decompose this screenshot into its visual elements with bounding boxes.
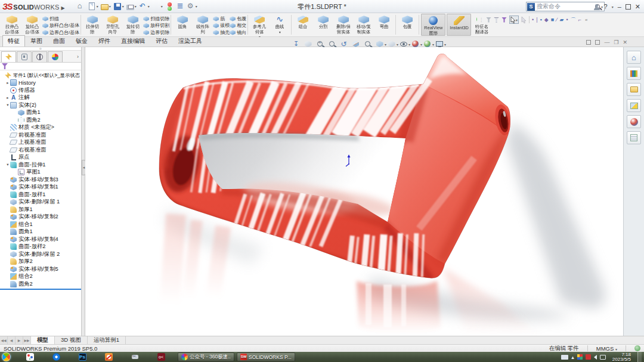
tree-item[interactable]: 实体-移动/复制2 bbox=[0, 214, 81, 221]
tree-item[interactable]: 组合1 bbox=[0, 221, 81, 228]
doc-minimize[interactable]: — bbox=[604, 39, 609, 45]
panel-tabs-more[interactable]: › bbox=[77, 54, 79, 60]
filter-body-icon[interactable]: ■ bbox=[551, 17, 554, 23]
tree-item[interactable]: 圆角1 bbox=[0, 228, 81, 236]
tree-item[interactable]: 零件1 (默认<<默认>_显示状态 1>) bbox=[0, 72, 81, 79]
tree-item[interactable]: 右视基准面 bbox=[0, 146, 81, 154]
filter-plane-icon[interactable]: ▰ bbox=[560, 17, 564, 23]
tab-property-manager[interactable] bbox=[17, 51, 32, 62]
doc-restore[interactable]: ❐ bbox=[614, 39, 618, 45]
tree-expander[interactable]: ▸ bbox=[5, 81, 10, 85]
ribbon-button[interactable]: 移动/复制实体 bbox=[354, 14, 374, 36]
status-globe-icon[interactable] bbox=[634, 345, 640, 351]
quick-icon[interactable]: ▾ bbox=[112, 1, 125, 12]
ribbon-button[interactable]: 拉伸切除 bbox=[82, 14, 103, 36]
tree-filter[interactable] bbox=[0, 63, 81, 70]
ribbon-tab[interactable]: 特征 bbox=[2, 35, 25, 47]
tree-item[interactable]: 实体-删除/保留 1 bbox=[0, 199, 81, 206]
collapse-icon[interactable]: « bbox=[585, 17, 587, 23]
cursor2-icon[interactable] bbox=[521, 17, 527, 23]
tree-item[interactable]: 材质 <未指定> bbox=[0, 124, 81, 132]
ribbon-button[interactable]: 线性阵列 bbox=[193, 14, 213, 36]
help-button[interactable]: ? bbox=[604, 3, 608, 10]
tab-configuration-manager[interactable] bbox=[32, 51, 47, 62]
filter-sketch-icon[interactable]: ⌐ bbox=[578, 17, 581, 23]
taskpane-icon[interactable] bbox=[627, 83, 641, 96]
doc-prev-icon[interactable] bbox=[586, 40, 591, 45]
graphics-viewport[interactable] bbox=[85, 47, 623, 336]
ribbon-button[interactable]: 拉伸凸台/基体 bbox=[2, 14, 22, 36]
ribbon-stack-item[interactable]: 边界凸台/基体 bbox=[42, 29, 79, 36]
taskpane-icon[interactable] bbox=[627, 99, 641, 112]
ribbon-button[interactable]: 参考几何体▾ bbox=[249, 14, 270, 36]
quick-icon[interactable]: ▾ bbox=[138, 1, 151, 12]
ribbon-tab[interactable]: 曲面 bbox=[48, 35, 70, 47]
select-caret[interactable]: ▾ bbox=[516, 18, 518, 22]
ribbon-button[interactable]: 组合 bbox=[293, 14, 313, 36]
taskbar-window-button[interactable]: SW SOLIDWORKS P... bbox=[237, 352, 295, 361]
taskbar-app-icon[interactable] bbox=[43, 352, 69, 362]
tray-red-icon[interactable] bbox=[586, 354, 591, 360]
taskbar-app-icon[interactable] bbox=[95, 352, 122, 362]
quick-icon[interactable]: ▾ bbox=[86, 1, 100, 12]
tree-item[interactable]: 实体-移动/复制4 bbox=[0, 236, 81, 243]
ribbon-tab[interactable]: 评估 bbox=[150, 35, 173, 47]
ribbon-button[interactable]: 弯曲 bbox=[374, 14, 394, 36]
tree-item[interactable]: 曲面-放样2 bbox=[0, 243, 81, 251]
tree-item[interactable]: 组合2 bbox=[0, 273, 81, 281]
taskbar-app-icon[interactable] bbox=[122, 352, 148, 362]
tree-item[interactable]: 实体-移动/复制5 bbox=[0, 265, 81, 273]
ribbon-tab[interactable]: 渲染工具 bbox=[173, 35, 208, 47]
tree-item[interactable]: 加厚1 bbox=[0, 206, 81, 214]
ribbon-stack-item[interactable]: 筋 bbox=[213, 16, 230, 22]
login-icon[interactable] bbox=[594, 4, 599, 10]
ribbon-stack-item[interactable]: 拔模 bbox=[213, 23, 230, 29]
quick-icon[interactable]: ▾ bbox=[125, 1, 138, 12]
help-caret[interactable]: ▾ bbox=[612, 5, 614, 9]
tree-item[interactable]: ▸ History bbox=[0, 79, 81, 87]
tray-expand-icon[interactable]: ▴ bbox=[571, 354, 574, 360]
ribbon-button[interactable]: 圆角 bbox=[172, 14, 193, 36]
ribbon-button[interactable]: 异型孔向导 bbox=[103, 14, 123, 36]
filter-clear-icon[interactable] bbox=[486, 17, 491, 23]
select-tool[interactable]: ▾ bbox=[509, 16, 519, 24]
taskpane-icon[interactable] bbox=[627, 115, 641, 128]
ribbon-tab[interactable]: 钣金 bbox=[70, 35, 93, 47]
minimize-button[interactable]: – bbox=[618, 3, 621, 10]
quick-icon[interactable] bbox=[164, 1, 175, 12]
filter-toggle-icon[interactable] bbox=[501, 17, 507, 23]
tree-item[interactable]: 实体-删除/保留 2 bbox=[0, 250, 81, 258]
tree-item[interactable]: 加厚2 bbox=[0, 258, 81, 266]
ribbon-stack-item[interactable]: 放样切割 bbox=[143, 23, 169, 29]
tab-nav-first[interactable]: ◀◀ bbox=[0, 336, 8, 344]
quick-icon[interactable]: ▾ bbox=[185, 1, 199, 12]
tab-nav-last[interactable]: ▶▶ bbox=[23, 336, 31, 344]
keyboard-icon[interactable] bbox=[561, 355, 568, 360]
filter-point-icon[interactable]: • bbox=[566, 17, 568, 23]
view-tab[interactable]: 模型 bbox=[31, 336, 55, 344]
taskbar-app-icon[interactable]: o< bbox=[148, 352, 174, 362]
filter-vertex-icon[interactable]: • bbox=[532, 17, 534, 23]
tree-item[interactable]: ▸ A 注解 bbox=[0, 94, 81, 102]
ribbon-button[interactable]: 分割 bbox=[313, 14, 333, 36]
logo-expander[interactable]: ▶ bbox=[61, 5, 65, 11]
ribbon-stack-item[interactable]: 包覆 bbox=[230, 16, 246, 22]
close-button[interactable]: ✕ bbox=[635, 3, 640, 11]
ribbon-button[interactable]: 旋转凸台/基体 bbox=[22, 14, 42, 36]
tree-item[interactable]: 实体-移动/复制3 bbox=[0, 176, 81, 184]
show-desktop-button[interactable] bbox=[637, 352, 642, 362]
tree-expander[interactable]: ▾ bbox=[5, 162, 10, 167]
ribbon-stack-item[interactable]: 抽壳 bbox=[213, 29, 230, 36]
tree-expander[interactable]: ▸ bbox=[5, 95, 10, 100]
doc-next-icon[interactable] bbox=[595, 40, 600, 45]
view-tab[interactable]: 运动算例1 bbox=[88, 336, 126, 344]
tree-item[interactable]: 圆角2 bbox=[0, 116, 81, 124]
filter-axis-icon[interactable]: ∕ bbox=[556, 17, 558, 23]
network-icon[interactable] bbox=[600, 355, 606, 360]
taskpane-icon[interactable] bbox=[627, 67, 641, 80]
quick-icon[interactable] bbox=[175, 1, 185, 12]
tree-item[interactable]: 圆角2 bbox=[0, 280, 81, 288]
tab-nav-next[interactable]: ▶ bbox=[16, 336, 23, 344]
doc-close[interactable]: ✕ bbox=[623, 39, 627, 45]
filter-arc-icon[interactable]: ⌒ bbox=[571, 17, 576, 23]
